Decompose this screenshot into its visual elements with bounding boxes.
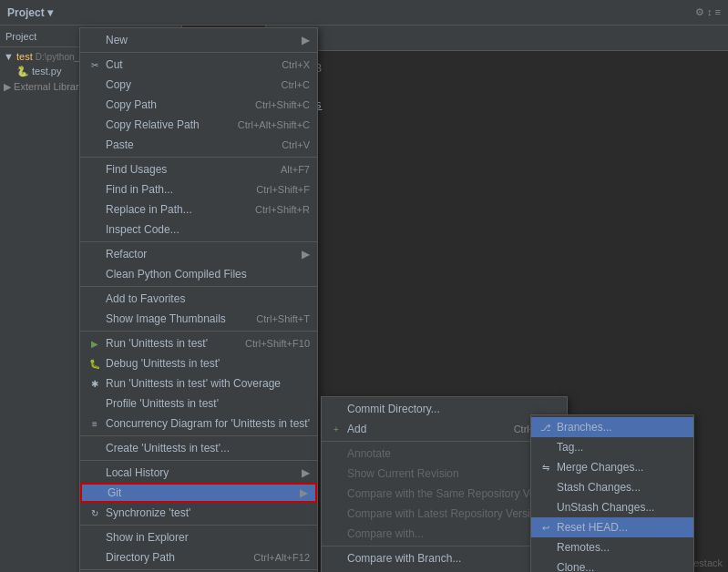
- toolbar-project-label: Project ▾: [7, 6, 53, 19]
- branches-submenu: ⎇ Branches... Tag... ⇋ Merge Changes... …: [530, 414, 694, 572]
- sep3: [80, 241, 317, 242]
- menu-item-create-unittests[interactable]: Create 'Unittests in test'...: [80, 438, 317, 458]
- merge-icon: ⇋: [538, 460, 553, 475]
- find-in-path-icon: [87, 182, 102, 197]
- menu-item-profile[interactable]: Profile 'Unittests in test': [80, 393, 317, 414]
- sep4: [80, 286, 317, 287]
- unstash-changes-item[interactable]: UnStash Changes...: [531, 497, 693, 517]
- project-header-label: Project: [5, 31, 36, 42]
- find-usages-icon: [87, 162, 102, 177]
- paste-icon: [87, 138, 102, 152]
- unstash-icon: [538, 500, 553, 515]
- copy-icon: [87, 77, 102, 92]
- sep5: [80, 331, 317, 332]
- main-context-menu: New ▶ ✂ Cut Ctrl+X Copy Ctrl+C Copy Path…: [79, 27, 318, 572]
- compare-same-icon: [329, 486, 343, 501]
- branches-icon: ⎇: [538, 420, 553, 434]
- menu-item-show-explorer[interactable]: Show in Explorer: [80, 527, 317, 547]
- menu-item-find-in-path[interactable]: Find in Path... Ctrl+Shift+F: [80, 179, 317, 199]
- ide-background: Project ▾ ⚙ ↕ ≡ Project ▼ test D:\python…: [0, 0, 728, 572]
- run-icon: ▶: [87, 336, 102, 351]
- compare-with-icon: [329, 526, 343, 541]
- menu-item-debug-unittests[interactable]: 🐛 Debug 'Unittests in test': [80, 353, 317, 373]
- menu-item-cut[interactable]: ✂ Cut Ctrl+X: [80, 55, 317, 75]
- stash-icon: [538, 480, 553, 495]
- menu-item-replace-in-path[interactable]: Replace in Path... Ctrl+Shift+R: [80, 199, 317, 220]
- reset-head-icon: ↩: [538, 520, 553, 535]
- remotes-item[interactable]: Remotes...: [531, 537, 693, 557]
- replace-icon: [87, 202, 102, 217]
- menu-item-copy[interactable]: Copy Ctrl+C: [80, 75, 317, 95]
- sep1: [80, 52, 317, 53]
- debug-icon: 🐛: [87, 356, 102, 371]
- add-icon: +: [329, 422, 343, 436]
- coverage-icon: ✱: [87, 376, 102, 391]
- create-icon: [87, 441, 102, 455]
- menu-item-new[interactable]: New ▶: [80, 30, 317, 50]
- sep7: [80, 460, 317, 461]
- compare-latest-icon: [329, 506, 343, 521]
- menu-item-show-thumbnails[interactable]: Show Image Thumbnails Ctrl+Shift+T: [80, 309, 317, 329]
- menu-item-add-favorites[interactable]: Add to Favorites: [80, 289, 317, 309]
- menu-item-paste[interactable]: Paste Ctrl+V: [80, 135, 317, 155]
- remotes-icon: [538, 540, 553, 555]
- show-revision-icon: [329, 466, 343, 481]
- commit-icon: [329, 402, 343, 416]
- menu-item-copy-path[interactable]: Copy Path Ctrl+Shift+C: [80, 95, 317, 115]
- menu-item-clean-python[interactable]: Clean Python Compiled Files: [80, 264, 317, 284]
- annotate-icon: [329, 446, 343, 461]
- favorites-icon: [87, 291, 102, 306]
- copy-path-icon: [87, 97, 102, 112]
- compare-branch-icon: [329, 551, 343, 566]
- git-icon: [89, 485, 104, 500]
- tag-icon: [538, 440, 553, 455]
- explorer-icon: [87, 530, 102, 545]
- clone-icon: [538, 560, 553, 572]
- branches-item[interactable]: ⎇ Branches...: [531, 417, 693, 437]
- toolbar-icons: ⚙ ↕ ≡: [695, 6, 721, 18]
- copy-relative-icon: [87, 117, 102, 132]
- menu-item-git[interactable]: Git ▶: [80, 483, 317, 503]
- thumbnails-icon: [87, 312, 102, 326]
- sync-icon: ↻: [87, 506, 102, 520]
- sep6: [80, 435, 317, 436]
- profile-icon: [87, 396, 102, 411]
- cut-icon: ✂: [87, 57, 102, 72]
- clone-item[interactable]: Clone...: [531, 557, 693, 572]
- reset-head-item[interactable]: ↩ Reset HEAD...: [531, 517, 693, 537]
- menu-item-run-unittests[interactable]: ▶ Run 'Unittests in test' Ctrl+Shift+F10: [80, 333, 317, 353]
- menu-item-synchronize[interactable]: ↻ Synchronize 'test': [80, 503, 317, 523]
- merge-changes-item[interactable]: ⇋ Merge Changes...: [531, 457, 693, 477]
- sep2: [80, 157, 317, 158]
- menu-item-inspect-code[interactable]: Inspect Code...: [80, 220, 317, 240]
- inspect-icon: [87, 222, 102, 237]
- tag-item[interactable]: Tag...: [531, 437, 693, 457]
- menu-item-concurrency[interactable]: ≡ Concurrency Diagram for 'Unittests in …: [80, 414, 317, 434]
- local-history-icon: [87, 465, 102, 480]
- concurrency-icon: ≡: [87, 416, 102, 431]
- clean-icon: [87, 267, 102, 281]
- menu-item-find-usages[interactable]: Find Usages Alt+F7: [80, 159, 317, 179]
- menu-item-copy-relative-path[interactable]: Copy Relative Path Ctrl+Alt+Shift+C: [80, 115, 317, 135]
- new-icon: [87, 33, 102, 47]
- menu-item-refactor[interactable]: Refactor ▶: [80, 244, 317, 264]
- sep9: [80, 569, 317, 570]
- refactor-icon: [87, 247, 102, 261]
- sep8: [80, 525, 317, 526]
- stash-changes-item[interactable]: Stash Changes...: [531, 477, 693, 497]
- menu-item-local-history[interactable]: Local History ▶: [80, 463, 317, 483]
- menu-item-run-coverage[interactable]: ✱ Run 'Unittests in test' with Coverage: [80, 373, 317, 393]
- menu-item-directory-path[interactable]: Directory Path Ctrl+Alt+F12: [80, 547, 317, 567]
- top-toolbar: Project ▾ ⚙ ↕ ≡: [0, 0, 728, 26]
- dir-path-icon: [87, 550, 102, 565]
